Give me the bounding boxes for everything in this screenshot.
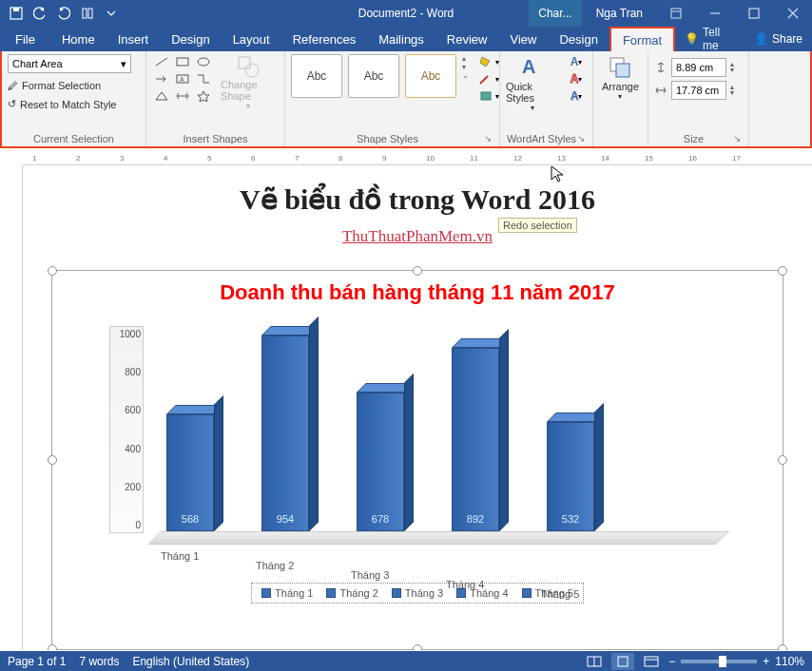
shape-outline-button[interactable]: ▾ xyxy=(478,71,499,86)
bar-value-label: 678 xyxy=(358,513,403,525)
chart-object[interactable]: Doanh thu bán hàng tháng 11 năm 2017 020… xyxy=(51,270,783,650)
change-shape-button[interactable]: Change Shape ▾ xyxy=(217,54,279,110)
shape-effects-button[interactable]: ▾ xyxy=(478,88,499,104)
redo-icon[interactable] xyxy=(53,3,74,24)
tab-format[interactable]: Format xyxy=(609,27,675,51)
account-name[interactable]: Nga Tran xyxy=(583,7,656,20)
language-indicator[interactable]: English (United States) xyxy=(132,655,249,668)
text-fill-button[interactable]: A▾ xyxy=(566,54,587,69)
legend-item[interactable]: Tháng 2 xyxy=(326,587,377,599)
quick-styles-button[interactable]: A Quick Styles ▾ xyxy=(506,54,558,112)
text-effects-button[interactable]: A▾ xyxy=(566,88,587,104)
undo-icon[interactable] xyxy=(29,3,50,24)
width-input[interactable]: 17.78 cm xyxy=(671,81,726,100)
bar-value-label: 568 xyxy=(167,513,213,525)
shape-doublearrow-icon[interactable] xyxy=(173,88,192,104)
svg-rect-17 xyxy=(616,64,629,77)
shape-style-3[interactable]: Abc xyxy=(405,54,456,98)
document-canvas[interactable]: Vẽ biểu đồ trong Word 2016 ThuThuatPhanM… xyxy=(23,165,812,650)
spinner-icon[interactable]: ▴▾ xyxy=(730,85,734,97)
zoom-out-button[interactable]: − xyxy=(668,655,675,668)
chart-element-dropdown[interactable]: Chart Area▾ xyxy=(8,54,131,73)
tab-insert[interactable]: Insert xyxy=(106,27,161,51)
ribbon-options-icon[interactable] xyxy=(657,0,695,27)
vertical-ruler[interactable] xyxy=(0,165,23,650)
zoom-level[interactable]: 110% xyxy=(775,655,804,668)
selection-handle[interactable] xyxy=(413,266,422,276)
tab-references[interactable]: References xyxy=(281,27,367,51)
text-outline-button[interactable]: A▾ xyxy=(566,71,587,86)
ruler-tick: 13 xyxy=(557,154,566,163)
shape-style-gallery[interactable]: Abc Abc Abc xyxy=(291,54,456,98)
gallery-more[interactable]: ▴▾⌄ xyxy=(462,54,469,80)
chart-bar[interactable]: 954 xyxy=(261,336,309,531)
read-mode-icon[interactable] xyxy=(583,653,606,670)
horizontal-ruler[interactable]: 1234567891011121314151617 xyxy=(23,148,812,165)
touch-mode-icon[interactable] xyxy=(77,3,98,24)
shapes-gallery[interactable]: A xyxy=(152,54,213,104)
selection-handle[interactable] xyxy=(48,266,57,276)
web-layout-icon[interactable] xyxy=(640,653,663,670)
tab-view[interactable]: View xyxy=(498,27,548,51)
tab-mailings[interactable]: Mailings xyxy=(367,27,435,51)
legend-item[interactable]: Tháng 1 xyxy=(261,587,313,599)
chart-tools-tab[interactable]: Char... xyxy=(529,0,581,27)
shape-textbox-icon[interactable]: A xyxy=(173,71,192,86)
qat-more-icon[interactable] xyxy=(101,3,122,24)
chevron-down-icon: ▾ xyxy=(618,92,622,101)
chart-bar[interactable]: 532 xyxy=(547,422,594,531)
legend-item[interactable]: Tháng 3 xyxy=(392,587,443,599)
chart-title[interactable]: Doanh thu bán hàng tháng 11 năm 2017 xyxy=(52,280,783,305)
shape-oval-icon[interactable] xyxy=(194,54,213,69)
selection-handle[interactable] xyxy=(778,266,787,276)
tab-home[interactable]: Home xyxy=(50,27,106,51)
zoom-in-button[interactable]: + xyxy=(763,655,769,668)
share-button[interactable]: 👤Share xyxy=(744,32,812,46)
close-icon[interactable] xyxy=(774,0,812,27)
shape-line-icon[interactable] xyxy=(152,54,171,69)
dialog-launcher-icon[interactable]: ↘ xyxy=(577,133,585,144)
shape-elbow-icon[interactable] xyxy=(194,71,213,86)
tab-file[interactable]: File xyxy=(0,27,50,51)
tab-layout[interactable]: Layout xyxy=(222,27,281,51)
shape-triangle-icon[interactable] xyxy=(152,88,171,104)
chart-bar[interactable]: 892 xyxy=(452,348,499,531)
tab-chart-design[interactable]: Design xyxy=(548,27,609,51)
shape-star-icon[interactable] xyxy=(194,88,213,104)
svg-point-9 xyxy=(198,58,209,66)
chart-plot-area[interactable]: 02004006008001000 568954678892532 Tháng … xyxy=(147,326,716,545)
chart-legend[interactable]: Tháng 1Tháng 2Tháng 3Tháng 4Tháng 5 xyxy=(251,583,584,604)
shape-style-2[interactable]: Abc xyxy=(348,54,399,98)
tab-design[interactable]: Design xyxy=(160,27,221,51)
shape-fill-button[interactable]: ▾ xyxy=(478,54,499,69)
wordart-icon: A xyxy=(519,54,546,81)
format-selection-button[interactable]: 🖉Format Selection xyxy=(8,80,101,91)
spinner-icon[interactable]: ▴▾ xyxy=(730,62,734,74)
chart-bar[interactable]: 568 xyxy=(166,414,214,531)
print-layout-icon[interactable] xyxy=(611,653,634,670)
maximize-icon[interactable] xyxy=(735,0,773,27)
chart-bar[interactable]: 678 xyxy=(357,393,404,531)
shape-rect-icon[interactable] xyxy=(173,54,192,69)
zoom-thumb[interactable] xyxy=(719,656,726,667)
y-tick: 400 xyxy=(112,444,141,454)
height-icon xyxy=(654,61,667,74)
dialog-launcher-icon[interactable]: ↘ xyxy=(733,133,741,144)
shape-arrow-icon[interactable] xyxy=(152,71,171,86)
height-input[interactable]: 8.89 cm xyxy=(671,58,726,77)
selection-handle[interactable] xyxy=(778,455,787,465)
dialog-launcher-icon[interactable]: ↘ xyxy=(484,133,492,144)
arrange-button[interactable]: Arrange ▾ xyxy=(602,54,639,101)
shape-style-1[interactable]: Abc xyxy=(291,54,342,98)
word-count[interactable]: 7 words xyxy=(79,655,119,668)
tell-me[interactable]: 💡Tell me xyxy=(675,26,744,52)
reset-match-style-button[interactable]: ↺Reset to Match Style xyxy=(8,98,117,110)
zoom-slider[interactable] xyxy=(681,660,757,663)
svg-text:A: A xyxy=(522,56,535,77)
page-indicator[interactable]: Page 1 of 1 xyxy=(8,655,66,668)
save-icon[interactable] xyxy=(6,3,27,24)
tab-review[interactable]: Review xyxy=(435,27,499,51)
selection-handle[interactable] xyxy=(48,455,57,465)
arrange-icon xyxy=(607,54,633,81)
minimize-icon[interactable] xyxy=(696,0,734,27)
